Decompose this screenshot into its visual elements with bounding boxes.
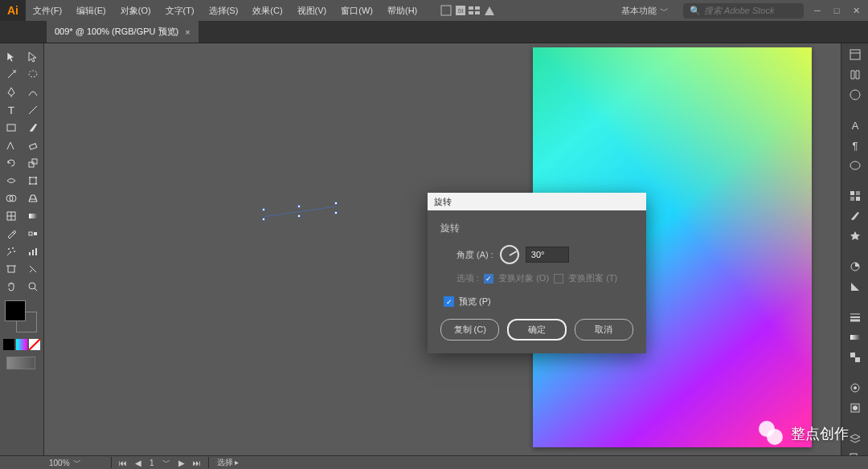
width-tool[interactable]: [0, 172, 22, 190]
properties-panel-icon[interactable]: [847, 48, 863, 61]
symbols-panel-icon[interactable]: [847, 230, 863, 243]
arrange-icon[interactable]: [468, 3, 482, 18]
tab-close-icon[interactable]: ×: [185, 27, 190, 37]
cancel-button[interactable]: 取消: [575, 319, 633, 341]
swatches-panel-icon[interactable]: [847, 190, 863, 202]
svg-point-28: [12, 247, 14, 249]
free-transform-tool[interactable]: [22, 172, 43, 190]
svg-point-58: [854, 386, 857, 389]
canvas[interactable]: 旋转 旋转 角度 (A) : 选项 : 变换对象 (O) 变换图案 (T) 预览…: [44, 43, 841, 455]
opentype-panel-icon[interactable]: [847, 159, 863, 172]
blend-tool[interactable]: [22, 225, 43, 243]
eyedropper-tool[interactable]: [0, 225, 22, 243]
gpu-icon[interactable]: [482, 3, 497, 18]
svg-point-27: [8, 248, 10, 250]
stock-icon[interactable]: St: [453, 3, 468, 18]
shaper-tool[interactable]: [0, 137, 22, 154]
paintbrush-tool[interactable]: [22, 119, 43, 137]
zoom-value: 100%: [49, 459, 70, 467]
paragraph-panel-icon[interactable]: ¶: [847, 139, 863, 152]
layers-panel-icon[interactable]: [847, 432, 863, 445]
menu-window[interactable]: 窗口(W): [334, 0, 380, 21]
rectangle-tool[interactable]: [0, 119, 22, 137]
menu-object[interactable]: 对象(O): [113, 0, 158, 21]
close-window-button[interactable]: ✕: [850, 5, 862, 16]
hand-tool[interactable]: [0, 278, 22, 296]
color-guide-panel-icon[interactable]: [847, 280, 863, 293]
artboard-nav[interactable]: ⏮ ◀ 1 ﹀ ▶ ⏭: [112, 457, 209, 468]
svg-rect-0: [441, 6, 451, 15]
color-panel-icon[interactable]: [847, 260, 863, 273]
slice-tool[interactable]: [22, 260, 43, 278]
preview-checkbox[interactable]: [444, 296, 454, 307]
gradient-mini[interactable]: [16, 339, 27, 350]
nav-first-icon[interactable]: ⏮: [117, 459, 129, 467]
ok-button[interactable]: 确定: [507, 319, 566, 341]
menu-help[interactable]: 帮助(H): [380, 0, 424, 21]
direct-selection-tool[interactable]: [22, 48, 43, 66]
appearance-panel-icon[interactable]: [847, 381, 863, 394]
document-tab[interactable]: 009* @ 100% (RGB/GPU 预览) ×: [47, 21, 199, 43]
artboard-tool[interactable]: [0, 260, 22, 278]
menu-effect[interactable]: 效果(C): [245, 0, 289, 21]
watermark: 整点创作: [759, 421, 849, 447]
menu-view[interactable]: 视图(V): [290, 0, 334, 21]
minimize-button[interactable]: ─: [812, 5, 823, 16]
shape-builder-tool[interactable]: [0, 190, 22, 207]
magic-wand-tool[interactable]: [0, 66, 22, 84]
chevron-down-icon[interactable]: ﹀: [160, 457, 173, 468]
scale-tool[interactable]: [22, 154, 43, 172]
nav-prev-icon[interactable]: ◀: [133, 459, 144, 467]
menu-edit[interactable]: 编辑(E): [69, 0, 113, 21]
svg-line-9: [29, 106, 37, 114]
lasso-tool[interactable]: [22, 66, 43, 84]
workspace-switcher[interactable]: 基本功能 ﹀: [615, 3, 675, 18]
nav-next-icon[interactable]: ▶: [176, 459, 187, 467]
type-tool[interactable]: T: [0, 101, 22, 119]
transparency-panel-icon[interactable]: [847, 351, 863, 364]
svg-rect-10: [7, 124, 15, 131]
mesh-tool[interactable]: [0, 207, 22, 225]
pen-tool[interactable]: [0, 84, 22, 101]
eraser-tool[interactable]: [22, 137, 43, 154]
color-mini[interactable]: [3, 339, 14, 350]
graph-tool[interactable]: [22, 243, 43, 260]
draw-mode[interactable]: [6, 357, 35, 369]
menu-file[interactable]: 文件(F): [26, 0, 69, 21]
cloud-panel-icon[interactable]: [847, 88, 863, 101]
svg-rect-31: [29, 252, 31, 255]
zoom-tool[interactable]: [22, 278, 43, 296]
rotate-tool[interactable]: [0, 154, 22, 172]
selected-object[interactable]: [264, 200, 336, 222]
curvature-tool[interactable]: [22, 84, 43, 101]
libraries-panel-icon[interactable]: [847, 68, 863, 81]
copy-button[interactable]: 复制 (C): [440, 319, 499, 341]
line-tool[interactable]: [22, 101, 43, 119]
dialog-titlebar[interactable]: 旋转: [428, 193, 646, 210]
gradient-tool[interactable]: [22, 207, 43, 225]
none-mini[interactable]: [29, 339, 40, 350]
search-stock[interactable]: 🔍 搜索 Adobe Stock: [683, 3, 804, 18]
graphic-styles-panel-icon[interactable]: [847, 402, 863, 414]
svg-rect-55: [850, 353, 855, 357]
zoom-level[interactable]: 100% ﹀: [44, 457, 112, 468]
angle-dial[interactable]: [500, 245, 519, 264]
selection-tool[interactable]: [0, 48, 22, 66]
status-selection[interactable]: 选择 ▸: [209, 457, 248, 468]
svg-rect-11: [29, 144, 36, 149]
menu-select[interactable]: 选择(S): [202, 0, 246, 21]
maximize-button[interactable]: □: [831, 5, 842, 16]
brushes-panel-icon[interactable]: [847, 210, 863, 222]
transform-objects-checkbox[interactable]: [484, 274, 493, 283]
share-icon[interactable]: [439, 3, 453, 18]
symbol-sprayer-tool[interactable]: [0, 243, 22, 260]
nav-last-icon[interactable]: ⏭: [190, 459, 203, 467]
menu-type[interactable]: 文字(T): [158, 0, 202, 21]
gradient-panel-icon[interactable]: [847, 331, 863, 344]
character-panel-icon[interactable]: A: [847, 119, 863, 132]
stroke-panel-icon[interactable]: [847, 311, 863, 324]
transform-patterns-checkbox[interactable]: [554, 274, 563, 283]
angle-input[interactable]: [526, 247, 569, 263]
fill-stroke-swatch[interactable]: [3, 300, 40, 332]
perspective-tool[interactable]: [22, 190, 43, 207]
